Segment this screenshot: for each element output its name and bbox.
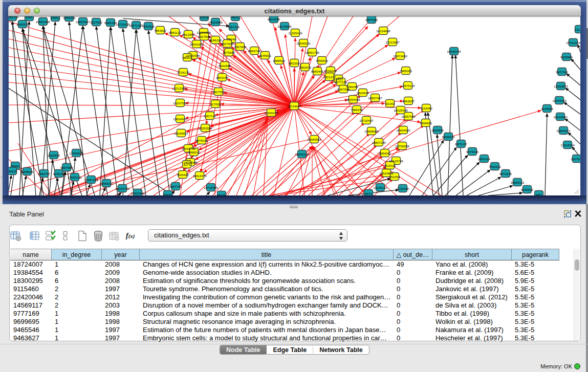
svg-text:15845345: 15845345 (295, 152, 309, 156)
svg-text:8878332: 8878332 (195, 139, 208, 142)
svg-text:1405572: 1405572 (16, 23, 29, 26)
svg-text:2942757: 2942757 (38, 172, 51, 176)
svg-text:12975115: 12975115 (401, 84, 415, 87)
svg-text:11325419: 11325419 (288, 31, 302, 35)
svg-text:165031: 165031 (163, 193, 173, 196)
svg-text:1733426: 1733426 (397, 187, 409, 190)
svg-text:95245: 95245 (217, 193, 226, 196)
svg-text:20364436: 20364436 (346, 98, 360, 101)
svg-text:1527602: 1527602 (90, 20, 103, 24)
svg-text:1362615: 1362615 (299, 65, 312, 69)
svg-text:8427552: 8427552 (212, 90, 225, 94)
svg-text:19166827: 19166827 (174, 132, 188, 135)
svg-text:62160: 62160 (385, 102, 395, 105)
svg-text:75646: 75646 (227, 37, 236, 41)
svg-text:2803144: 2803144 (216, 76, 229, 79)
svg-text:8454749: 8454749 (248, 49, 261, 53)
svg-text:10807487: 10807487 (368, 96, 382, 100)
svg-text:18724007: 18724007 (287, 104, 301, 108)
svg-text:15716485: 15716485 (204, 186, 218, 189)
svg-text:15892971: 15892971 (556, 129, 571, 133)
svg-text:16648784: 16648784 (447, 50, 461, 53)
svg-text:15751074: 15751074 (566, 41, 580, 45)
svg-text:2020655: 2020655 (48, 154, 60, 157)
svg-text:3215955: 3215955 (541, 107, 554, 111)
svg-text:882203: 882203 (289, 61, 300, 65)
svg-text:9327508: 9327508 (221, 42, 234, 46)
svg-text:12093872: 12093872 (554, 84, 568, 88)
svg-text:8471676: 8471676 (499, 172, 512, 176)
svg-text:4463627: 4463627 (402, 99, 415, 103)
svg-text:3498222: 3498222 (188, 150, 201, 154)
svg-text:9857791: 9857791 (169, 185, 182, 188)
svg-text:1167533: 1167533 (571, 157, 580, 161)
svg-text:7346266: 7346266 (346, 85, 359, 89)
svg-text:10120746: 10120746 (389, 159, 403, 163)
svg-text:7386372: 7386372 (351, 108, 363, 112)
svg-text:19218506: 19218506 (277, 25, 292, 28)
svg-text:9115460: 9115460 (420, 106, 432, 110)
svg-text:3824534: 3824534 (357, 91, 369, 95)
svg-text:3273: 3273 (183, 163, 190, 166)
svg-text:10958107: 10958107 (99, 182, 114, 185)
svg-text:6966160: 6966160 (104, 21, 117, 25)
svg-text:11129: 11129 (575, 28, 580, 31)
svg-text:16033809: 16033809 (208, 20, 223, 24)
svg-text:10046786: 10046786 (181, 147, 195, 150)
svg-text:13226058: 13226058 (197, 31, 211, 34)
svg-text:12923446: 12923446 (130, 191, 145, 195)
svg-text:16782759: 16782759 (115, 187, 129, 190)
svg-text:7955812: 7955812 (316, 59, 329, 62)
svg-text:13524851: 13524851 (379, 171, 394, 175)
svg-text:2087682: 2087682 (365, 18, 378, 21)
svg-text:9242848: 9242848 (219, 64, 231, 68)
svg-text:18807249: 18807249 (372, 141, 386, 144)
svg-text:1145194: 1145194 (53, 172, 65, 176)
svg-text:9329966: 9329966 (560, 55, 573, 59)
svg-text:1640995: 1640995 (431, 128, 444, 132)
svg-text:7632621: 7632621 (489, 165, 502, 168)
svg-text:10653267: 10653267 (76, 20, 90, 24)
svg-text:9146821: 9146821 (259, 54, 272, 57)
svg-text:7357224: 7357224 (227, 25, 240, 29)
svg-text:9997586: 9997586 (60, 166, 73, 169)
svg-text:10654112: 10654112 (510, 181, 525, 184)
svg-text:16543362: 16543362 (189, 42, 204, 46)
svg-text:19654933: 19654933 (173, 117, 187, 121)
svg-text:12444154: 12444154 (552, 99, 567, 102)
svg-text:252254: 252254 (389, 175, 400, 179)
svg-text:10719155: 10719155 (116, 23, 130, 26)
svg-text:12213967: 12213967 (385, 40, 400, 44)
svg-text:9245652: 9245652 (521, 188, 534, 191)
svg-text:12213385: 12213385 (172, 86, 186, 90)
svg-text:7485063: 7485063 (400, 69, 412, 73)
svg-text:1156829: 1156829 (21, 170, 33, 173)
svg-text:17359928: 17359928 (69, 151, 83, 155)
svg-text:17957225: 17957225 (84, 178, 98, 182)
svg-text:10688609: 10688609 (364, 129, 379, 133)
svg-text:2718170: 2718170 (177, 71, 190, 74)
svg-text:7625402: 7625402 (177, 173, 189, 177)
svg-text:8938923: 8938923 (442, 135, 455, 139)
svg-text:417006: 417006 (210, 102, 221, 106)
svg-text:9699695: 9699695 (420, 121, 432, 125)
svg-text:9474444: 9474444 (466, 150, 479, 154)
svg-text:8912954: 8912954 (182, 33, 195, 36)
svg-text:9084067: 9084067 (379, 151, 391, 155)
svg-text:3675685: 3675685 (223, 51, 235, 54)
svg-text:14957584: 14957584 (401, 115, 416, 118)
svg-text:6879197: 6879197 (455, 142, 468, 146)
svg-text:20691406: 20691406 (36, 20, 50, 24)
svg-text:16154808: 16154808 (376, 29, 390, 33)
svg-text:14136141: 14136141 (373, 186, 387, 189)
svg-text:12505135: 12505135 (68, 176, 82, 179)
svg-text:19384554: 19384554 (307, 138, 321, 141)
svg-text:8973: 8973 (365, 192, 372, 195)
svg-text:39119: 39119 (9, 169, 17, 173)
svg-text:2367608: 2367608 (234, 45, 247, 49)
svg-text:3267130: 3267130 (204, 114, 216, 118)
svg-text:9227342: 9227342 (556, 70, 569, 74)
svg-text:16107552: 16107552 (173, 101, 187, 105)
svg-text:16210643: 16210643 (553, 115, 568, 119)
svg-text:16914479: 16914479 (192, 174, 207, 178)
